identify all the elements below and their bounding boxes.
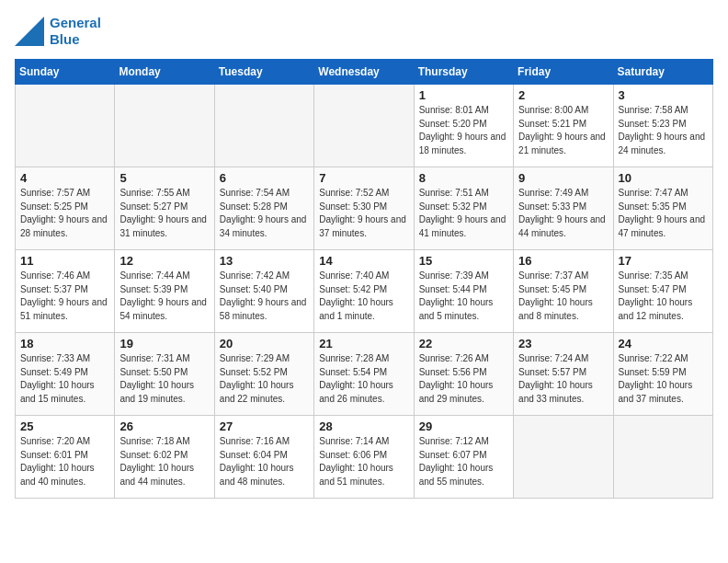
calendar-table: SundayMondayTuesdayWednesdayThursdayFrid…: [15, 59, 713, 499]
day-cell-10: 10Sunrise: 7:47 AMSunset: 5:35 PMDayligh…: [613, 167, 712, 250]
day-info: Sunrise: 8:00 AMSunset: 5:21 PMDaylight:…: [518, 104, 608, 157]
empty-cell: [613, 416, 712, 499]
column-header-sunday: Sunday: [16, 60, 115, 85]
day-cell-4: 4Sunrise: 7:57 AMSunset: 5:25 PMDaylight…: [16, 167, 115, 250]
empty-cell: [314, 85, 414, 167]
column-header-saturday: Saturday: [613, 60, 712, 85]
day-number: 6: [220, 171, 309, 185]
logo: GeneralBlue: [15, 15, 101, 48]
day-cell-18: 18Sunrise: 7:33 AMSunset: 5:49 PMDayligh…: [16, 333, 115, 416]
day-cell-12: 12Sunrise: 7:44 AMSunset: 5:39 PMDayligh…: [115, 250, 214, 333]
day-number: 5: [119, 171, 209, 185]
page-header: GeneralBlue: [15, 15, 713, 48]
empty-cell: [16, 85, 115, 167]
day-number: 27: [220, 419, 309, 433]
day-info: Sunrise: 7:51 AMSunset: 5:32 PMDaylight:…: [419, 187, 508, 240]
day-info: Sunrise: 7:40 AMSunset: 5:42 PMDaylight:…: [319, 270, 408, 323]
day-info: Sunrise: 7:57 AMSunset: 5:25 PMDaylight:…: [20, 187, 109, 240]
empty-cell: [514, 416, 613, 499]
calendar-week-3: 11Sunrise: 7:46 AMSunset: 5:37 PMDayligh…: [16, 250, 713, 333]
day-info: Sunrise: 7:28 AMSunset: 5:54 PMDaylight:…: [319, 352, 408, 406]
day-number: 4: [20, 171, 109, 185]
day-cell-9: 9Sunrise: 7:49 AMSunset: 5:33 PMDaylight…: [514, 167, 613, 250]
day-number: 14: [319, 254, 408, 268]
day-info: Sunrise: 7:33 AMSunset: 5:49 PMDaylight:…: [20, 352, 109, 406]
day-info: Sunrise: 7:20 AMSunset: 6:01 PMDaylight:…: [20, 435, 109, 488]
day-cell-5: 5Sunrise: 7:55 AMSunset: 5:27 PMDaylight…: [115, 167, 214, 250]
day-number: 12: [119, 254, 209, 268]
day-cell-1: 1Sunrise: 8:01 AMSunset: 5:20 PMDaylight…: [414, 85, 513, 167]
calendar-header-row: SundayMondayTuesdayWednesdayThursdayFrid…: [16, 60, 713, 85]
day-info: Sunrise: 7:39 AMSunset: 5:44 PMDaylight:…: [419, 270, 508, 323]
day-cell-7: 7Sunrise: 7:52 AMSunset: 5:30 PMDaylight…: [314, 167, 414, 250]
day-number: 1: [419, 88, 508, 102]
svg-marker-0: [15, 17, 44, 46]
day-info: Sunrise: 7:29 AMSunset: 5:52 PMDaylight:…: [220, 352, 309, 406]
empty-cell: [214, 85, 313, 167]
day-number: 18: [20, 337, 109, 350]
day-cell-2: 2Sunrise: 8:00 AMSunset: 5:21 PMDaylight…: [514, 85, 613, 167]
logo-text: GeneralBlue: [50, 15, 101, 48]
day-info: Sunrise: 8:01 AMSunset: 5:20 PMDaylight:…: [419, 104, 508, 157]
day-number: 10: [619, 171, 708, 185]
day-number: 24: [619, 337, 708, 350]
day-number: 8: [419, 171, 508, 185]
day-cell-22: 22Sunrise: 7:26 AMSunset: 5:56 PMDayligh…: [414, 333, 513, 416]
day-cell-15: 15Sunrise: 7:39 AMSunset: 5:44 PMDayligh…: [414, 250, 513, 333]
day-info: Sunrise: 7:35 AMSunset: 5:47 PMDaylight:…: [619, 270, 708, 323]
day-cell-28: 28Sunrise: 7:14 AMSunset: 6:06 PMDayligh…: [314, 416, 414, 499]
day-cell-16: 16Sunrise: 7:37 AMSunset: 5:45 PMDayligh…: [514, 250, 613, 333]
calendar-week-4: 18Sunrise: 7:33 AMSunset: 5:49 PMDayligh…: [16, 333, 713, 416]
column-header-monday: Monday: [115, 60, 214, 85]
day-number: 22: [419, 337, 508, 350]
day-cell-17: 17Sunrise: 7:35 AMSunset: 5:47 PMDayligh…: [613, 250, 712, 333]
day-info: Sunrise: 7:22 AMSunset: 5:59 PMDaylight:…: [619, 352, 708, 406]
day-cell-19: 19Sunrise: 7:31 AMSunset: 5:50 PMDayligh…: [115, 333, 214, 416]
day-info: Sunrise: 7:55 AMSunset: 5:27 PMDaylight:…: [119, 187, 209, 240]
day-info: Sunrise: 7:44 AMSunset: 5:39 PMDaylight:…: [119, 270, 209, 323]
day-info: Sunrise: 7:12 AMSunset: 6:07 PMDaylight:…: [419, 435, 508, 488]
day-number: 20: [220, 337, 309, 350]
day-cell-14: 14Sunrise: 7:40 AMSunset: 5:42 PMDayligh…: [314, 250, 414, 333]
day-cell-20: 20Sunrise: 7:29 AMSunset: 5:52 PMDayligh…: [214, 333, 313, 416]
day-info: Sunrise: 7:24 AMSunset: 5:57 PMDaylight:…: [518, 352, 608, 406]
day-number: 25: [20, 419, 109, 433]
day-info: Sunrise: 7:58 AMSunset: 5:23 PMDaylight:…: [619, 104, 708, 157]
day-number: 28: [319, 419, 408, 433]
day-number: 7: [319, 171, 408, 185]
day-info: Sunrise: 7:47 AMSunset: 5:35 PMDaylight:…: [619, 187, 708, 240]
day-number: 21: [319, 337, 408, 350]
day-cell-23: 23Sunrise: 7:24 AMSunset: 5:57 PMDayligh…: [514, 333, 613, 416]
column-header-tuesday: Tuesday: [214, 60, 313, 85]
day-info: Sunrise: 7:49 AMSunset: 5:33 PMDaylight:…: [518, 187, 608, 240]
day-cell-21: 21Sunrise: 7:28 AMSunset: 5:54 PMDayligh…: [314, 333, 414, 416]
day-number: 11: [20, 254, 109, 268]
day-number: 26: [119, 419, 209, 433]
day-number: 16: [518, 254, 608, 268]
empty-cell: [115, 85, 214, 167]
calendar-week-2: 4Sunrise: 7:57 AMSunset: 5:25 PMDaylight…: [16, 167, 713, 250]
day-info: Sunrise: 7:54 AMSunset: 5:28 PMDaylight:…: [220, 187, 309, 240]
day-info: Sunrise: 7:16 AMSunset: 6:04 PMDaylight:…: [220, 435, 309, 488]
column-header-thursday: Thursday: [414, 60, 513, 85]
day-info: Sunrise: 7:18 AMSunset: 6:02 PMDaylight:…: [119, 435, 209, 488]
day-number: 2: [518, 88, 608, 102]
day-number: 19: [119, 337, 209, 350]
day-info: Sunrise: 7:26 AMSunset: 5:56 PMDaylight:…: [419, 352, 508, 406]
day-number: 3: [619, 88, 708, 102]
calendar-week-5: 25Sunrise: 7:20 AMSunset: 6:01 PMDayligh…: [16, 416, 713, 499]
column-header-friday: Friday: [514, 60, 613, 85]
day-cell-26: 26Sunrise: 7:18 AMSunset: 6:02 PMDayligh…: [115, 416, 214, 499]
day-number: 13: [220, 254, 309, 268]
day-cell-11: 11Sunrise: 7:46 AMSunset: 5:37 PMDayligh…: [16, 250, 115, 333]
day-number: 23: [518, 337, 608, 350]
day-info: Sunrise: 7:37 AMSunset: 5:45 PMDaylight:…: [518, 270, 608, 323]
day-cell-29: 29Sunrise: 7:12 AMSunset: 6:07 PMDayligh…: [414, 416, 513, 499]
calendar-week-1: 1Sunrise: 8:01 AMSunset: 5:20 PMDaylight…: [16, 85, 713, 167]
logo-icon: [15, 17, 44, 46]
day-info: Sunrise: 7:31 AMSunset: 5:50 PMDaylight:…: [119, 352, 209, 406]
day-info: Sunrise: 7:42 AMSunset: 5:40 PMDaylight:…: [220, 270, 309, 323]
day-cell-6: 6Sunrise: 7:54 AMSunset: 5:28 PMDaylight…: [214, 167, 313, 250]
day-number: 9: [518, 171, 608, 185]
day-number: 29: [419, 419, 508, 433]
